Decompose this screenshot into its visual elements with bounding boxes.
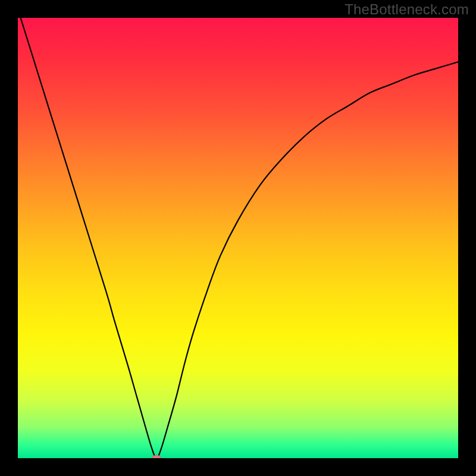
- bottleneck-curve: [18, 18, 458, 458]
- watermark-text: TheBottleneck.com: [345, 1, 469, 18]
- plot-area: [18, 18, 458, 458]
- optimum-marker: [152, 455, 161, 458]
- chart-frame: TheBottleneck.com: [0, 0, 476, 476]
- curve-svg: [18, 18, 458, 458]
